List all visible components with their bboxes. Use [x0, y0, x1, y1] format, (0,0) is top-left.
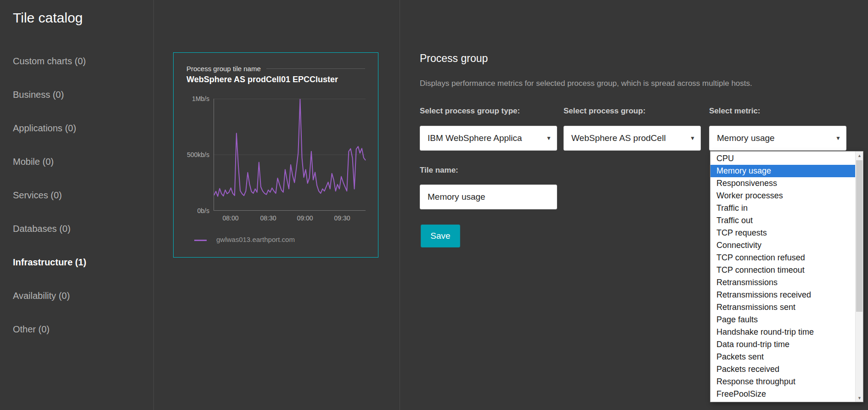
metric-select-value: Memory usage	[717, 133, 775, 143]
sidebar-divider	[153, 0, 154, 410]
dropdown-option[interactable]: Retransmissions received	[710, 289, 855, 301]
tile-name-label: Process group tile name	[186, 65, 261, 73]
dropdown-option[interactable]: Packets sent	[710, 351, 855, 363]
y-axis-tick: 500kb/s	[174, 151, 209, 158]
dropdown-option[interactable]: Responsiveness	[710, 177, 855, 190]
page-title: Tile catalog	[13, 10, 83, 26]
y-axis-tick: 0b/s	[174, 207, 209, 214]
tile-title: WebSphere AS prodCell01 EPCCluster	[186, 75, 338, 84]
panel-description: Displays performance metrics for selecte…	[420, 79, 752, 88]
x-axis-tick: 08:30	[254, 214, 282, 222]
dropdown-option[interactable]: TCP connection refused	[710, 252, 855, 264]
sidebar-item[interactable]: Availability (0)	[13, 290, 141, 301]
sidebar-item[interactable]: Infrastructure (1)	[13, 257, 141, 268]
tile-preview-card[interactable]: Process group tile name WebSphere AS pro…	[173, 52, 378, 258]
process-group-select[interactable]: WebSphere AS prodCell ▼	[564, 126, 701, 151]
dropdown-option[interactable]: Page faults	[710, 314, 855, 326]
tile-catalog-page: { "page": { "title": "Tile catalog" }, "…	[0, 0, 868, 410]
dropdown-option[interactable]: FreePoolSize	[710, 388, 855, 400]
dropdown-option[interactable]: Memory usage	[710, 165, 855, 177]
panel-heading: Process group	[420, 52, 488, 65]
tile-name-underline	[266, 68, 365, 69]
chevron-down-icon: ▼	[835, 135, 841, 141]
chevron-down-icon: ▼	[546, 135, 552, 141]
line-chart-svg	[214, 99, 366, 210]
legend-series-swatch	[194, 240, 207, 241]
process-group-type-select[interactable]: IBM WebSphere Applica ▼	[420, 126, 557, 151]
save-button[interactable]: Save	[421, 225, 460, 247]
dropdown-option[interactable]: Data round-trip time	[710, 338, 855, 351]
panel-divider	[400, 0, 400, 410]
dropdown-option[interactable]: Handshake round-trip time	[710, 326, 855, 338]
x-axis-tick: 08:00	[217, 214, 244, 222]
scrollbar-thumb[interactable]	[856, 160, 862, 312]
sidebar-item[interactable]: Custom charts (0)	[13, 56, 141, 67]
process-group-label: Select process group:	[564, 107, 646, 116]
metric-label: Select metric:	[709, 107, 761, 116]
process-group-value: WebSphere AS prodCell	[571, 133, 666, 143]
tile-name-field-label: Tile name:	[420, 166, 458, 175]
x-axis-tick: 09:00	[291, 214, 319, 222]
dropdown-option[interactable]: Response throughput	[710, 376, 855, 388]
dropdown-option[interactable]: Retransmissions sent	[710, 301, 855, 314]
tile-name-row: Process group tile name	[186, 65, 365, 73]
y-axis-tick: 1Mb/s	[174, 95, 209, 102]
scroll-down-icon[interactable]: ▼	[856, 394, 863, 402]
metric-dropdown-list: CPUMemory usageResponsivenessWorker proc…	[710, 151, 863, 402]
chart-series-line	[214, 99, 366, 196]
sidebar-item[interactable]: Services (0)	[13, 190, 141, 201]
line-chart	[214, 99, 366, 211]
category-sidebar: Custom charts (0)Business (0)Application…	[13, 56, 141, 357]
tile-name-input[interactable]	[420, 185, 557, 209]
chevron-down-icon: ▼	[690, 135, 695, 141]
dropdown-option[interactable]: Packets received	[710, 363, 855, 376]
x-axis-tick: 09:30	[328, 214, 356, 222]
dropdown-option[interactable]: Traffic in	[710, 202, 855, 214]
process-group-type-label: Select process group type:	[420, 107, 520, 116]
process-group-type-value: IBM WebSphere Applica	[428, 133, 522, 143]
dropdown-option[interactable]: Connectivity	[710, 239, 855, 252]
dropdown-option[interactable]: Worker processes	[710, 190, 855, 202]
dropdown-option[interactable]: TCP connection timeout	[710, 264, 855, 276]
sidebar-item[interactable]: Business (0)	[13, 89, 141, 100]
dropdown-option[interactable]: Retransmissions	[710, 276, 855, 289]
dropdown-option[interactable]: TCP requests	[710, 227, 855, 239]
legend-series-label: gwlwas013.earthport.com	[216, 236, 295, 243]
dropdown-option[interactable]: Traffic out	[710, 214, 855, 227]
metric-select[interactable]: Memory usage ▼	[709, 126, 846, 151]
sidebar-item[interactable]: Applications (0)	[13, 123, 141, 134]
sidebar-item[interactable]: Mobile (0)	[13, 156, 141, 167]
sidebar-item[interactable]: Databases (0)	[13, 223, 141, 234]
dropdown-scrollbar[interactable]: ▲ ▼	[855, 152, 863, 402]
sidebar-item[interactable]: Other (0)	[13, 324, 141, 335]
scroll-up-icon[interactable]: ▲	[856, 152, 863, 159]
metric-dropdown-options: CPUMemory usageResponsivenessWorker proc…	[710, 152, 855, 400]
dropdown-option[interactable]: CPU	[710, 152, 855, 165]
